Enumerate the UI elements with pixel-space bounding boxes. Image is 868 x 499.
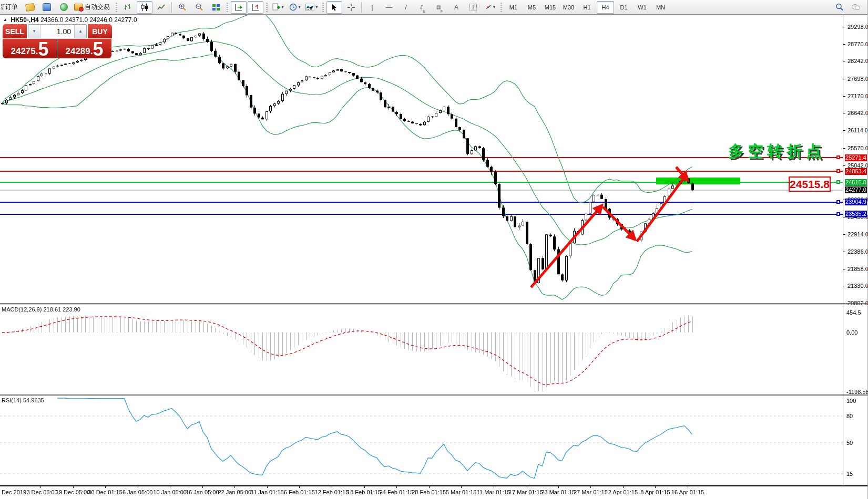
- time-tick-mark: [558, 486, 559, 488]
- rsi-pane-separator[interactable]: [0, 394, 868, 394]
- vertical-line-button[interactable]: |: [364, 1, 380, 14]
- periods-button[interactable]: ▾: [287, 1, 303, 14]
- cursor-button[interactable]: [326, 1, 342, 14]
- equidistant-channel-button[interactable]: ⫽E: [415, 1, 431, 14]
- chart-shift-button[interactable]: [248, 1, 263, 14]
- price-axis-border: [843, 15, 843, 486]
- new-chart-button[interactable]: ▾: [270, 1, 286, 14]
- time-tick-mark: [461, 486, 462, 488]
- zoom-in-button[interactable]: [175, 1, 190, 14]
- chevron-down-icon: ▾: [315, 5, 318, 9]
- alerts-button[interactable]: [56, 1, 72, 14]
- symbol-header: ▲ HK50-,H4 24366.0 24371.0 24246.0 24277…: [3, 16, 137, 24]
- macd-value-signal: 223.90: [63, 306, 80, 313]
- market-watch-button[interactable]: [22, 1, 38, 14]
- macd-pane-separator[interactable]: [0, 303, 868, 304]
- level-line-handle[interactable]: [836, 200, 840, 204]
- level-line-handle[interactable]: [836, 180, 840, 184]
- horizontal-line-button[interactable]: —: [381, 1, 397, 14]
- collapse-triangle-icon[interactable]: ▲: [3, 17, 7, 22]
- time-axis-label: 12 Feb 01:15: [315, 489, 349, 495]
- indicators-icon: [305, 4, 314, 11]
- tile-windows-button[interactable]: [208, 1, 224, 14]
- data-window-button[interactable]: [39, 1, 55, 14]
- chat-icon: [851, 4, 861, 11]
- rsi-pane-separator2[interactable]: [0, 396, 868, 396]
- bar-chart-button[interactable]: [120, 1, 136, 14]
- timeframe-group: M1M5M15M30H1H4D1W1MN: [504, 1, 670, 14]
- time-tick-mark: [202, 486, 203, 488]
- crosshair-icon: [348, 4, 355, 11]
- chevron-down-icon: ▾: [493, 5, 495, 9]
- one-click-trading-panel: SELL ▼ ▲ BUY 24275.5 24289.5: [3, 24, 112, 58]
- macd-pane-separator2[interactable]: [0, 305, 868, 305]
- indicators-button[interactable]: ▾: [304, 1, 320, 14]
- timeframe-d1[interactable]: D1: [615, 1, 632, 14]
- level-line-handle[interactable]: [836, 212, 840, 216]
- toolbar-drag-handle[interactable]: [501, 3, 502, 12]
- timeframe-m15[interactable]: M15: [542, 1, 559, 14]
- chat-button[interactable]: [848, 1, 864, 14]
- time-tick-mark: [494, 486, 494, 488]
- window-edge: [867, 0, 867, 499]
- toolbar-drag-handle[interactable]: [266, 3, 268, 12]
- trendline-button[interactable]: /: [398, 1, 414, 14]
- candlestick-chart-icon: [140, 4, 149, 11]
- price-level-chip: 25271.4: [845, 154, 867, 161]
- buy-price-display[interactable]: 24289.5: [57, 39, 111, 58]
- toolbar: 新订单 自动交易: [0, 0, 868, 15]
- time-axis-label: 5 Mar 01:15: [446, 489, 477, 495]
- buy-button[interactable]: BUY: [88, 24, 112, 38]
- toolbar-drag-handle[interactable]: [227, 3, 228, 12]
- time-tick-mark: [590, 486, 591, 488]
- timeframe-h4[interactable]: H4: [597, 1, 614, 14]
- time-tick-mark: [655, 486, 656, 488]
- ohlc-open: 24366.0: [40, 16, 63, 24]
- line-chart-icon: [157, 4, 166, 11]
- toolbar-drag-handle[interactable]: [322, 3, 324, 12]
- timeframe-m5[interactable]: M5: [523, 1, 540, 14]
- clock-icon: [289, 3, 297, 11]
- volume-input[interactable]: [40, 25, 74, 38]
- toolbar-drag-handle[interactable]: [116, 3, 117, 12]
- time-axis-label: Dec 2019: [2, 489, 26, 495]
- turning-point-annotation[interactable]: 多空转折点: [728, 141, 825, 162]
- crosshair-button[interactable]: [343, 1, 359, 14]
- auto-scroll-button[interactable]: [231, 1, 247, 14]
- auto-trading-button[interactable]: 自动交易: [73, 1, 113, 14]
- time-tick-mark: [170, 486, 170, 488]
- new-order-button[interactable]: 新订单: [1, 1, 21, 14]
- indicator-axis-label: 15: [846, 471, 853, 477]
- sell-button[interactable]: SELL: [3, 24, 27, 38]
- volume-decrease-button[interactable]: ▼: [28, 25, 40, 38]
- chart-top-border: [0, 15, 868, 15]
- text-button[interactable]: A: [448, 1, 464, 14]
- chart-canvas[interactable]: [0, 0, 868, 499]
- fibonacci-button[interactable]: ▦F: [432, 1, 447, 14]
- sell-price-display[interactable]: 24275.5: [3, 39, 57, 58]
- buy-price-main: 24289: [65, 47, 90, 58]
- level-line-handle[interactable]: [836, 169, 840, 173]
- volume-increase-button[interactable]: ▲: [74, 25, 86, 38]
- macd-label: MACD(12,26,9) 218.61 223.90: [2, 306, 80, 313]
- timeframe-mn[interactable]: MN: [652, 1, 669, 14]
- timeframe-w1[interactable]: W1: [634, 1, 651, 14]
- text-icon: A: [454, 4, 458, 11]
- timeframe-h1[interactable]: H1: [578, 1, 596, 14]
- indicator-axis-label: 100: [846, 398, 856, 404]
- time-axis-label: 11 Mar 01:15: [477, 489, 510, 495]
- search-button[interactable]: [831, 1, 847, 14]
- level-callout-box[interactable]: 24515.8: [789, 176, 831, 192]
- time-axis-label: 28 Feb 01:15: [412, 489, 446, 495]
- level-line-handle[interactable]: [836, 155, 840, 159]
- text-label-button[interactable]: T: [465, 1, 481, 14]
- rsi-label: RSI(14) 54.9635: [2, 397, 44, 403]
- time-axis-label: 16 Jan 05:00: [186, 489, 219, 495]
- timeframe-m30[interactable]: M30: [560, 1, 577, 14]
- zoom-out-button[interactable]: [191, 1, 207, 14]
- line-chart-button[interactable]: [154, 1, 169, 14]
- arrows-button[interactable]: ▾: [482, 1, 498, 14]
- timeframe-m1[interactable]: M1: [505, 1, 522, 14]
- candlestick-chart-button[interactable]: [137, 1, 152, 14]
- sell-price-pip: 5: [38, 41, 48, 58]
